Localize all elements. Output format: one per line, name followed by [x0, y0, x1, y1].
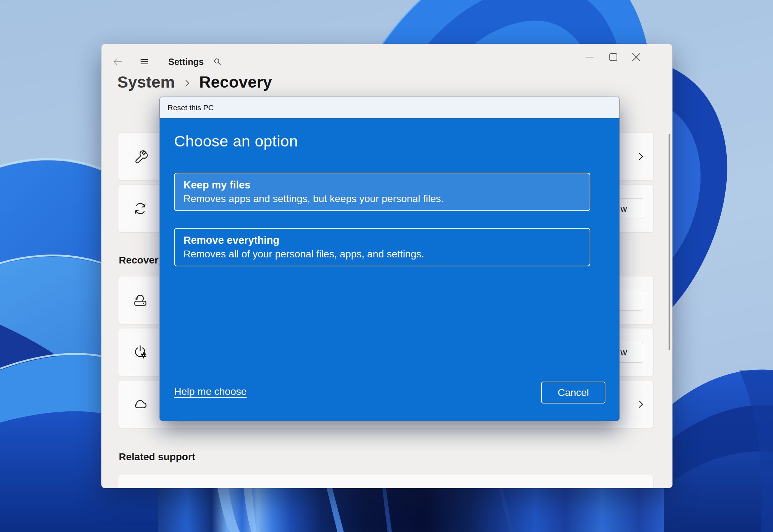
app-title: Settings	[168, 57, 204, 67]
breadcrumb-system[interactable]: System	[117, 73, 175, 92]
cloud-icon	[131, 395, 149, 413]
reset-pc-dialog: Reset this PC Choose an option Keep my f…	[159, 97, 620, 421]
help-me-choose-link[interactable]: Help me choose	[174, 386, 247, 397]
option-description: Removes apps and settings, but keeps you…	[183, 192, 581, 206]
search-icon[interactable]	[212, 56, 223, 67]
hamburger-menu-icon[interactable]	[139, 56, 150, 67]
dialog-titlebar: Reset this PC	[160, 97, 619, 118]
breadcrumb: System Recovery	[117, 73, 272, 92]
settings-window: Settings System Recovery	[101, 44, 673, 488]
related-support-heading: Related support	[119, 451, 195, 463]
wrench-icon	[131, 148, 149, 165]
close-button[interactable]	[625, 49, 648, 65]
drive-restore-icon	[131, 291, 149, 309]
keep-my-files-option[interactable]: Keep my files Removes apps and settings,…	[174, 173, 590, 211]
chevron-right-icon	[636, 151, 646, 162]
sync-icon	[131, 200, 149, 218]
back-arrow-icon[interactable]	[112, 56, 123, 67]
power-gear-icon	[131, 343, 149, 361]
breadcrumb-chevron-icon	[183, 79, 192, 88]
dialog-heading: Choose an option	[174, 132, 298, 150]
minimize-button[interactable]	[579, 49, 602, 65]
window-controls	[579, 49, 648, 65]
scrollbar-thumb[interactable]	[669, 134, 670, 350]
related-support-card[interactable]	[118, 475, 653, 488]
recovery-section-heading: Recovery	[119, 255, 164, 266]
desktop: Settings System Recovery	[0, 0, 773, 532]
dialog-title: Reset this PC	[168, 97, 214, 118]
option-title: Keep my files	[183, 178, 581, 192]
cancel-button[interactable]: Cancel	[541, 382, 605, 403]
remove-everything-option[interactable]: Remove everything Removes all of your pe…	[174, 228, 590, 266]
breadcrumb-recovery: Recovery	[199, 73, 272, 92]
option-description: Removes all of your personal files, apps…	[183, 247, 581, 261]
chevron-right-icon	[636, 399, 646, 409]
settings-header: Settings	[102, 44, 672, 72]
maximize-button[interactable]	[602, 49, 625, 65]
dialog-body: Choose an option Keep my files Removes a…	[160, 118, 619, 421]
option-title: Remove everything	[183, 233, 581, 247]
